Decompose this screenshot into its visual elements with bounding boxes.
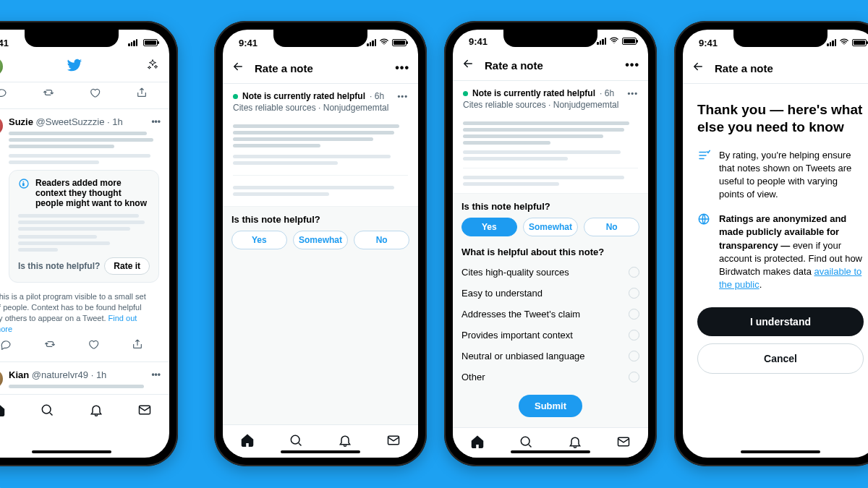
radio-icon[interactable] [629, 288, 639, 299]
cancel-button[interactable]: Cancel [697, 343, 864, 374]
svg-point-3 [292, 435, 300, 444]
back-arrow-icon[interactable] [692, 60, 705, 76]
more-icon[interactable]: ••• [625, 59, 639, 72]
tweet[interactable]: ••• Suzie @SweetSuzzzie · 1h [0, 108, 169, 361]
page-title: Rate a note [715, 62, 773, 74]
retweet-icon[interactable] [43, 87, 54, 101]
radio-icon[interactable] [629, 372, 639, 382]
tab-notifications-icon[interactable] [338, 433, 352, 450]
reason-option[interactable]: Cites high-quality sources [461, 262, 639, 283]
profile-avatar[interactable] [0, 57, 3, 76]
status-time: 9:41 [0, 38, 9, 48]
rate-it-button[interactable]: Rate it [104, 257, 150, 275]
helpful-chooser: Is this note helpful? Yes Somewhat No [223, 206, 418, 424]
tab-search-icon[interactable] [519, 435, 533, 452]
tab-notifications-icon[interactable] [568, 435, 582, 452]
note-card-headline: Readers added more context they thought … [35, 178, 150, 208]
tab-notifications-icon[interactable] [89, 403, 103, 420]
tab-search-icon[interactable] [40, 403, 54, 420]
option-somewhat[interactable]: Somewhat [293, 231, 349, 249]
reason-label: Easy to understand [461, 288, 542, 299]
note-more-icon[interactable]: ••• [397, 92, 408, 100]
like-icon[interactable] [88, 338, 99, 353]
helpful-chooser-expanded: Is this note helpful? Yes Somewhat No Wh… [453, 193, 648, 427]
reason-label: Addresses the Tweet's claim [461, 309, 580, 320]
tweet-more-icon[interactable]: ••• [151, 369, 161, 380]
tweet-more-icon[interactable]: ••• [151, 116, 161, 127]
twitter-logo-icon[interactable] [67, 57, 82, 76]
retweet-icon[interactable] [44, 338, 56, 353]
status-dot-icon [463, 91, 468, 96]
phone-rate-note: 9:41 Rate a note ••• Note is currently r… [214, 21, 427, 466]
info-rating: By rating, you're helping ensure that no… [697, 149, 864, 202]
submit-button[interactable]: Submit [519, 395, 582, 417]
phone-timeline: 9:41 ••• [0, 21, 178, 466]
note-helpful-question: Is this note helpful? [18, 261, 100, 271]
status-time: 9:41 [239, 38, 258, 48]
sparkle-icon[interactable] [146, 59, 159, 74]
tab-home-icon[interactable] [470, 435, 485, 452]
reason-option[interactable]: Neutral or unbiased language [461, 346, 639, 367]
page-title: Rate a note [255, 62, 313, 74]
option-yes[interactable]: Yes [231, 231, 287, 249]
tab-home-icon[interactable] [0, 403, 6, 420]
reason-option[interactable]: Provides important context [461, 325, 639, 346]
option-yes[interactable]: Yes [461, 218, 517, 236]
radio-icon[interactable] [629, 309, 639, 320]
tweet-avatar[interactable] [0, 116, 3, 135]
like-icon[interactable] [89, 87, 101, 101]
option-no[interactable]: No [354, 231, 409, 249]
more-icon[interactable]: ••• [395, 61, 409, 74]
reply-icon[interactable] [0, 87, 7, 101]
reason-label: Neutral or unbiased language [461, 351, 585, 361]
tab-messages-icon[interactable] [386, 433, 401, 450]
reply-icon[interactable] [0, 338, 12, 353]
radio-icon[interactable] [629, 267, 639, 278]
tweet-avatar[interactable] [0, 369, 3, 388]
thank-you-heading: Thank you — here's what else you need to… [697, 101, 864, 136]
svg-point-5 [522, 437, 530, 445]
signal-icon [597, 38, 606, 45]
reason-option[interactable]: Addresses the Tweet's claim [461, 304, 639, 325]
helpful-question: Is this note helpful? [461, 201, 639, 212]
option-somewhat[interactable]: Somewhat [523, 218, 579, 236]
reason-option[interactable]: Other [461, 367, 639, 388]
home-indicator [281, 450, 360, 453]
signal-icon [367, 39, 376, 46]
phone-thank-you: 9:41 Rate a note Thank you — here's what… [674, 21, 868, 466]
tab-search-icon[interactable] [289, 433, 303, 450]
tab-messages-icon[interactable] [137, 403, 152, 420]
note-more-icon[interactable]: ••• [627, 89, 638, 98]
phone-rate-note-expanded: 9:41 Rate a note ••• Note is currently r… [444, 21, 657, 466]
signal-icon [128, 39, 137, 46]
note-status-row: Note is currently rated helpful · 6h ••• [453, 81, 648, 100]
tweet-actions [0, 82, 169, 108]
note-subline: Cites reliable sources · Nonjudgememtal [223, 103, 418, 119]
status-time: 9:41 [469, 36, 488, 47]
option-no[interactable]: No [584, 218, 639, 236]
helpful-question: Is this note helpful? [231, 214, 409, 225]
tab-bar [0, 394, 169, 427]
radio-icon[interactable] [629, 351, 639, 361]
battery-icon [622, 38, 637, 45]
reason-label: Cites high-quality sources [461, 267, 569, 278]
note-status-row: Note is currently rated helpful · 6h ••• [223, 84, 418, 103]
share-icon[interactable] [132, 338, 143, 353]
battery-icon [143, 39, 158, 46]
tweet-author-name: Kian [9, 369, 29, 380]
share-icon[interactable] [136, 87, 148, 101]
battery-icon [392, 39, 407, 46]
tab-home-icon[interactable] [240, 433, 255, 450]
context-note-icon [18, 178, 30, 189]
home-indicator [741, 450, 820, 453]
tab-messages-icon[interactable] [616, 435, 631, 452]
reason-option[interactable]: Easy to understand [461, 283, 639, 304]
status-dot-icon [233, 94, 238, 99]
tweet[interactable]: ••• Kian @naturelvr49 · 1h [0, 361, 169, 394]
back-arrow-icon[interactable] [461, 57, 475, 73]
radio-icon[interactable] [629, 330, 639, 341]
home-indicator [32, 450, 111, 453]
back-arrow-icon[interactable] [231, 60, 244, 76]
i-understand-button[interactable]: I understand [697, 307, 864, 336]
birdwatch-note-card: Readers added more context they thought … [9, 170, 159, 283]
